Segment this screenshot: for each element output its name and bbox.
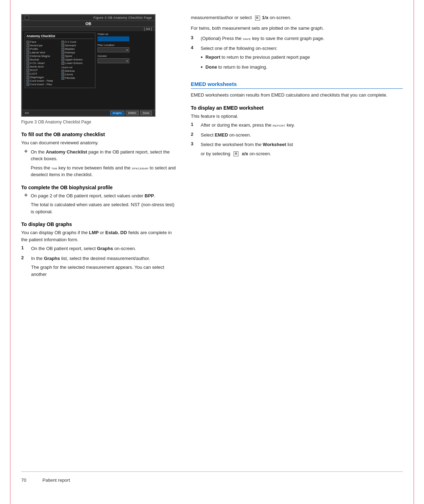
screen-page-num: [ 3/4 ] [22,27,155,31]
graphs-heading: To display OB graphs [21,221,177,227]
checkbox [26,69,29,72]
chk-label: Cisterna Magna [30,54,50,58]
chk-label: Lateral Vent [30,51,45,54]
checkbox [61,70,64,73]
figure-caption: Figure 3 OB Anatomy Checklist Page [21,120,177,124]
step-number: 1 [191,122,196,127]
checkbox [61,51,64,54]
graphs-step-4: 4 Select one of the following on-screen:… [191,45,403,74]
checklist-item: RVOT [26,69,59,72]
checklist-title: Anatomy Checklist [26,34,94,39]
checklist-item: Upper Extrem. [61,58,94,61]
fetal-lie-box [98,36,129,41]
gender-row: Gender ▼ [98,54,133,63]
step-text: Select EMED on-screen. [201,132,251,139]
checkbox [26,76,29,79]
done-button[interactable]: Done [140,111,152,115]
chk-label: Nose/Lips [30,44,43,47]
checkbox [26,73,29,75]
chk-label: Cord Insert - Fetal [30,79,53,82]
checklist-item: Lateral Vent [26,51,59,54]
chk-label: Adnexa [65,69,75,73]
bullet-marker: • [201,64,203,71]
chk-label: Cord Insert - Plac [30,83,52,86]
chk-label: Face [30,40,36,44]
checklist-item: Cervix [61,73,94,76]
margin-line-right [413,0,414,504]
chk-label: Fibroids [65,76,75,80]
checklist-item: Lower Extrem. [61,62,94,65]
checkbox [26,80,29,82]
step-bullet-list: • Report to return to the previous patie… [201,54,310,70]
fill-ob-bullet-content: On the Anatomy Checklist page in the OB … [31,149,177,178]
graphs-button[interactable]: Graphs [110,111,124,115]
checklist-item: Kidneys [61,51,94,54]
diamond-bullet-icon: ❖ [24,193,28,215]
twins-text: For twins, both measurement sets are plo… [191,25,403,32]
report-bullet: • Report to return to the previous patie… [201,54,310,61]
screen-datetime: Figure 3 OB Anatomy Checklist Page [93,16,152,19]
emed-button[interactable]: EMED [126,111,139,115]
graphs-step-3: 3 (Optional) Press the save key to save … [191,35,403,42]
bottom-buttons: Graphs EMED Done [110,111,152,115]
emed-step-3: 3 Select the worksheet from the Workshee… [191,141,403,157]
screen-bottom-bar: 3/4 Graphs EMED Done [22,110,155,116]
graphs-intro: You can display OB graphs if the LMP or … [21,229,177,243]
footer-page-number: 70 [21,477,32,483]
checkbox [26,83,29,86]
footer-section-label: Patient report [42,477,70,483]
checklist-col-right: 3 V Cord Stomach Bladder Kidneys Spine U… [61,40,94,86]
chk-label: Spine [65,54,72,58]
checkbox [26,44,29,47]
checkbox [61,77,64,80]
step-text: In the Graphs list, select the desired m… [31,255,177,278]
checkbox [61,62,64,65]
chk-label: Kidneys [65,51,75,54]
bullet-marker: • [201,54,203,61]
step-number: 1 [21,245,26,250]
checkbox [61,48,64,51]
measurement-continued-text: measurement/author or select 🗎 1/x on-sc… [191,14,403,21]
fill-ob-sub-para: Press the tab key to move between fields… [31,164,177,178]
checklist-item: Spine [61,54,94,58]
graphs-step-1: 1 On the OB patient report, select Graph… [21,245,177,252]
maternal-header: Maternal [61,66,94,69]
chk-label: Profile [30,47,38,51]
right-panel: Fetal Lie Plac Location ▼ Gender [98,33,133,88]
screen-body: Anatomy Checklist Face Nose/Lips Profile… [22,31,155,89]
fetal-lie-row: Fetal Lie [98,33,133,41]
checklist-item: Profile [26,47,59,51]
bottom-left-controls: 3/4 [25,111,29,115]
graphs-steps: 1 On the OB patient report, select Graph… [21,245,177,278]
checkbox [26,65,29,68]
step-sub-para: The graph for the selected measurement a… [31,264,177,278]
checklist-item: Adnexa [61,69,94,73]
gender-select[interactable]: ▼ [98,58,129,63]
checklist-item: Face [26,40,59,44]
checkbox [26,58,29,61]
left-column: Figure 3 OB Anatomy Checklist Page OB [ … [21,14,177,471]
biophysical-sub-para: The total is calculated when values are … [31,201,177,215]
step-number: 3 [191,35,196,40]
biophysical-bullet: ❖ On page 2 of the OB patient report, se… [21,192,177,215]
fill-ob-bullet: ❖ On the Anatomy Checklist page in the O… [21,149,177,178]
checklist-item: Bladder [61,47,94,51]
emed-optional-text: This feature is optional. [191,113,403,120]
done-bullet-text: Done to return to live imaging. [206,64,267,71]
screen-top-bar: Figure 3 OB Anatomy Checklist Page [22,15,155,21]
chk-label: 4 Ch. Heart [30,62,45,65]
chk-label: Bladder [65,47,75,51]
checkbox [26,62,29,65]
plac-location-select[interactable]: ▼ [98,47,129,52]
plac-location-row: Plac Location ▼ [98,44,133,52]
chk-label: Diaphragm [30,76,44,79]
checkbox [26,55,29,58]
margin-line-left [10,0,11,504]
graphs-step-2: 2 In the Graphs list, select the desired… [21,255,177,278]
step-number: 4 [191,45,196,50]
checkbox [26,41,29,44]
step-text: (Optional) Press the save key to save th… [201,35,324,42]
checklist-item: Diaphragm [26,76,59,79]
checklist-item: Nose/Lips [26,44,59,47]
checklist-item: Cord Insert - Fetal [26,79,59,82]
